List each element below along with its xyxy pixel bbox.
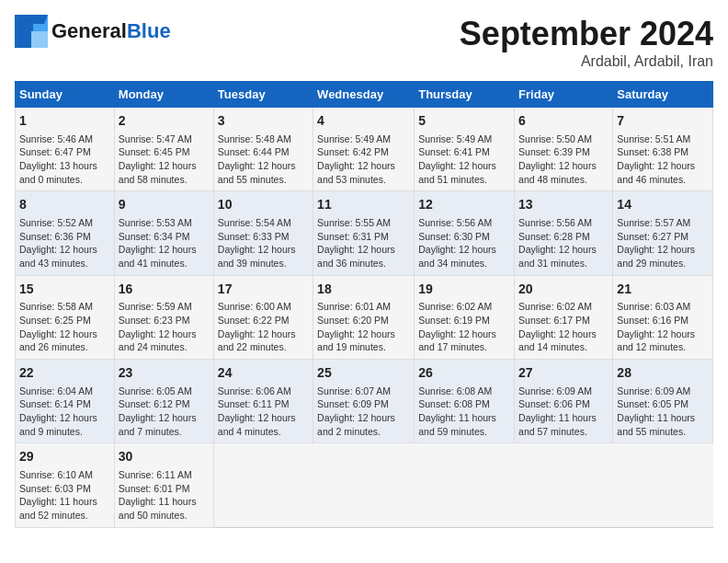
calendar-cell: 16Sunrise: 5:59 AMSunset: 6:23 PMDayligh… [114,275,213,359]
calendar-cell: 10Sunrise: 5:54 AMSunset: 6:33 PMDayligh… [213,191,313,275]
calendar-cell: 12Sunrise: 5:56 AMSunset: 6:30 PMDayligh… [415,191,515,275]
day-number: 1 [19,112,110,131]
day-detail: Sunrise: 5:49 AMSunset: 6:41 PMDaylight:… [418,132,510,187]
calendar-cell: 13Sunrise: 5:56 AMSunset: 6:28 PMDayligh… [515,191,613,275]
day-detail: Sunrise: 5:50 AMSunset: 6:39 PMDaylight:… [518,132,609,187]
day-number: 13 [518,196,609,214]
logo-text: GeneralBlue [51,21,171,41]
weekday-header: Saturday [613,82,713,108]
weekday-header: Thursday [415,82,515,108]
day-detail: Sunrise: 5:54 AMSunset: 6:33 PMDaylight:… [218,216,309,270]
day-detail: Sunrise: 5:53 AMSunset: 6:34 PMDaylight:… [119,216,210,270]
day-number: 10 [218,196,309,214]
weekday-header: Monday [114,82,213,108]
calendar-cell: 4Sunrise: 5:49 AMSunset: 6:42 PMDaylight… [313,108,415,191]
calendar-cell: 6Sunrise: 5:50 AMSunset: 6:39 PMDaylight… [515,108,613,191]
day-number: 28 [617,364,709,383]
day-number: 23 [119,364,210,383]
day-number: 15 [19,281,110,299]
page-header: GeneralBlue September 2024 Ardabil, Arda… [15,15,713,70]
svg-rect-0 [15,15,31,31]
weekday-header: Friday [515,82,613,108]
day-detail: Sunrise: 6:01 AMSunset: 6:20 PMDaylight:… [317,300,410,354]
day-number: 14 [617,196,709,214]
calendar-cell [213,443,313,527]
day-detail: Sunrise: 6:07 AMSunset: 6:09 PMDaylight:… [317,385,410,439]
day-number: 30 [119,448,210,466]
day-detail: Sunrise: 5:48 AMSunset: 6:44 PMDaylight:… [218,132,309,187]
weekday-header: Tuesday [213,82,313,108]
calendar-cell: 2Sunrise: 5:47 AMSunset: 6:45 PMDaylight… [114,108,213,191]
calendar-week-row: 22Sunrise: 6:04 AMSunset: 6:14 PMDayligh… [16,360,713,443]
calendar-cell: 24Sunrise: 6:06 AMSunset: 6:11 PMDayligh… [213,360,313,443]
calendar-cell: 28Sunrise: 6:09 AMSunset: 6:05 PMDayligh… [613,360,713,443]
day-number: 25 [317,364,410,383]
day-detail: Sunrise: 5:49 AMSunset: 6:42 PMDaylight:… [317,132,410,187]
day-number: 5 [418,112,510,131]
day-detail: Sunrise: 6:11 AMSunset: 6:01 PMDaylight:… [119,468,210,523]
calendar-cell: 5Sunrise: 5:49 AMSunset: 6:41 PMDaylight… [415,108,515,191]
day-number: 19 [418,281,510,299]
calendar-cell: 11Sunrise: 5:55 AMSunset: 6:31 PMDayligh… [313,191,415,275]
calendar-week-row: 1Sunrise: 5:46 AMSunset: 6:47 PMDaylight… [16,108,713,191]
day-detail: Sunrise: 6:02 AMSunset: 6:19 PMDaylight:… [418,300,510,354]
day-detail: Sunrise: 5:46 AMSunset: 6:47 PMDaylight:… [19,132,110,187]
day-number: 6 [518,112,609,131]
calendar-cell: 18Sunrise: 6:01 AMSunset: 6:20 PMDayligh… [313,275,415,359]
calendar-header-row: SundayMondayTuesdayWednesdayThursdayFrid… [16,82,713,108]
calendar-cell: 22Sunrise: 6:04 AMSunset: 6:14 PMDayligh… [16,360,115,443]
calendar-cell [515,443,613,527]
calendar-cell: 7Sunrise: 5:51 AMSunset: 6:38 PMDaylight… [613,108,713,191]
weekday-header: Wednesday [313,82,415,108]
calendar-week-row: 15Sunrise: 5:58 AMSunset: 6:25 PMDayligh… [16,275,713,359]
day-detail: Sunrise: 6:09 AMSunset: 6:05 PMDaylight:… [617,385,709,439]
month-title: September 2024 [460,15,713,53]
calendar-cell: 8Sunrise: 5:52 AMSunset: 6:36 PMDaylight… [16,191,115,275]
calendar-cell: 3Sunrise: 5:48 AMSunset: 6:44 PMDaylight… [213,108,313,191]
calendar-cell: 14Sunrise: 5:57 AMSunset: 6:27 PMDayligh… [613,191,713,275]
day-detail: Sunrise: 6:00 AMSunset: 6:22 PMDaylight:… [218,300,309,354]
calendar-cell: 1Sunrise: 5:46 AMSunset: 6:47 PMDaylight… [16,108,115,191]
day-detail: Sunrise: 5:55 AMSunset: 6:31 PMDaylight:… [317,216,410,270]
logo-general: General [51,19,127,42]
day-detail: Sunrise: 6:09 AMSunset: 6:06 PMDaylight:… [518,385,609,439]
day-detail: Sunrise: 5:56 AMSunset: 6:28 PMDaylight:… [518,216,609,270]
calendar-cell: 25Sunrise: 6:07 AMSunset: 6:09 PMDayligh… [313,360,415,443]
day-detail: Sunrise: 5:52 AMSunset: 6:36 PMDaylight:… [19,216,110,270]
day-number: 3 [218,112,309,131]
day-detail: Sunrise: 6:03 AMSunset: 6:16 PMDaylight:… [617,300,709,354]
day-number: 2 [119,112,210,131]
day-number: 29 [19,448,110,466]
calendar-cell: 17Sunrise: 6:00 AMSunset: 6:22 PMDayligh… [213,275,313,359]
day-number: 21 [617,281,709,299]
day-detail: Sunrise: 6:02 AMSunset: 6:17 PMDaylight:… [518,300,609,354]
day-number: 22 [19,364,110,383]
calendar-cell: 29Sunrise: 6:10 AMSunset: 6:03 PMDayligh… [16,443,115,527]
day-number: 27 [518,364,609,383]
day-detail: Sunrise: 5:59 AMSunset: 6:23 PMDaylight:… [119,300,210,354]
title-block: September 2024 Ardabil, Ardabil, Iran [460,15,713,70]
day-number: 26 [418,364,510,383]
day-number: 24 [218,364,309,383]
day-number: 18 [317,281,410,299]
calendar-cell: 15Sunrise: 5:58 AMSunset: 6:25 PMDayligh… [16,275,115,359]
calendar-cell [613,443,713,527]
day-detail: Sunrise: 6:10 AMSunset: 6:03 PMDaylight:… [19,468,110,523]
day-detail: Sunrise: 5:47 AMSunset: 6:45 PMDaylight:… [119,132,210,187]
day-number: 8 [19,196,110,214]
day-number: 4 [317,112,410,131]
day-number: 20 [518,281,609,299]
day-detail: Sunrise: 6:08 AMSunset: 6:08 PMDaylight:… [418,385,510,439]
day-number: 12 [418,196,510,214]
calendar-week-row: 8Sunrise: 5:52 AMSunset: 6:36 PMDaylight… [16,191,713,275]
day-detail: Sunrise: 6:05 AMSunset: 6:12 PMDaylight:… [119,385,210,439]
day-number: 7 [617,112,709,131]
calendar-cell: 26Sunrise: 6:08 AMSunset: 6:08 PMDayligh… [415,360,515,443]
logo-blue: Blue [127,19,171,42]
calendar-cell: 20Sunrise: 6:02 AMSunset: 6:17 PMDayligh… [515,275,613,359]
calendar-cell: 19Sunrise: 6:02 AMSunset: 6:19 PMDayligh… [415,275,515,359]
day-detail: Sunrise: 5:51 AMSunset: 6:38 PMDaylight:… [617,132,709,187]
weekday-header: Sunday [16,82,115,108]
day-number: 11 [317,196,410,214]
calendar-table: SundayMondayTuesdayWednesdayThursdayFrid… [15,81,713,528]
